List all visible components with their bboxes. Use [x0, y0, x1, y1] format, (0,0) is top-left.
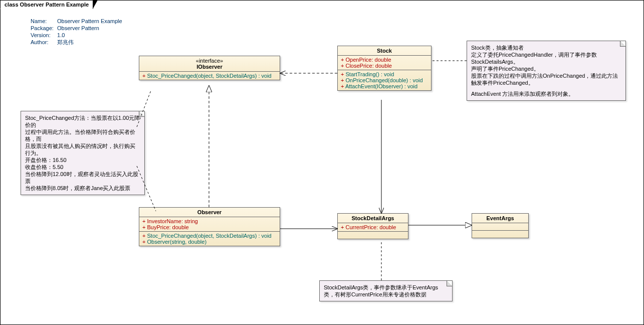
- eventargs-name: EventArgs: [486, 215, 514, 221]
- observer-name: Observer: [197, 209, 222, 215]
- note-iobserver-l2: 且股票没有被其他人购买的情况时，执行购买行为。: [25, 142, 140, 156]
- stockdetailargs-attr-0: CurrentPrice: double: [345, 224, 396, 230]
- observer-method-1: Observer(string, double): [147, 239, 206, 245]
- meta-version-value: 1.0: [57, 32, 65, 38]
- diagram-tab: class Observer Pattern Example: [0, 0, 93, 9]
- note-sda-l0: StockDetailArgs类，事件参数继承于EventArgs: [324, 284, 448, 291]
- diagram-tab-label: class Observer Pattern Example: [5, 2, 89, 8]
- stock-method-2: AttachEvent(IObserver) : void: [345, 83, 417, 89]
- observer-attr-1: BuyPrice: double: [147, 224, 188, 230]
- class-stockdetailargs: StockDetailArgs + CurrentPrice: double: [337, 213, 408, 239]
- class-eventargs: EventArgs: [472, 213, 529, 238]
- stock-method-0: StartTrading() : void: [345, 71, 394, 77]
- meta-package-label: Package:: [31, 25, 56, 32]
- note-sda-l1: 类，有树形CurrentPrice用来专递价格数据: [324, 291, 448, 298]
- class-iobserver: «interface»IObserver + Stoc_PriceChanged…: [139, 56, 280, 80]
- meta-author-label: Author:: [31, 39, 56, 46]
- meta-version-label: Version:: [31, 32, 56, 39]
- note-stock-l3: 股票在下跌的过程中调用方法OnPriceChanged，通过此方法触发事件Pri…: [471, 72, 621, 86]
- class-observer: Observer + InvestorName: string + BuyPri…: [139, 207, 280, 246]
- metadata-block: Name: Observer Pattern Example Package: …: [31, 18, 122, 46]
- note-iobserver-l1: 过程中调用此方法。当价格降到符合购买者价格，而: [25, 128, 140, 142]
- class-stock: Stock + OpenPrice: double + ClosePrice: …: [337, 46, 432, 91]
- note-stock-l2: 声明了事件PriceChanged。: [471, 65, 621, 72]
- note-iobserver-l4: 收盘价格：5.50: [25, 164, 140, 171]
- stock-attr-0: OpenPrice: double: [345, 57, 391, 63]
- note-iobserver-l5: 当价格降到12.00时，观察者灵动生活买入此股票: [25, 171, 140, 185]
- note-iobserver-l3: 开盘价格：16.50: [25, 156, 140, 164]
- diagram-canvas: class Observer Pattern Example Name: Obs…: [0, 0, 644, 325]
- stock-method-1: OnPriceChanged(double) : void: [345, 77, 422, 83]
- stockdetailargs-name: StockDetailArgs: [352, 215, 394, 221]
- iobserver-name: IObserver: [142, 64, 277, 70]
- note-stock-l4: AttachEvent 方法用来添加观察者到对象。: [471, 90, 621, 97]
- stock-attr-1: ClosePrice: double: [345, 63, 391, 69]
- iobserver-stereotype: «interface»: [142, 58, 277, 64]
- meta-name-label: Name:: [31, 18, 56, 25]
- note-stock: Stock类，抽象通知者 定义了委托PriceChangedHandler，调用…: [467, 41, 626, 101]
- note-iobserver-l6: 当价格降到8.05时，观察者Jane买入此股票: [25, 185, 140, 192]
- note-stock-l1: 定义了委托PriceChangedHandler，调用了事件参数StockDet…: [471, 51, 621, 65]
- observer-method-0: Stoc_PriceChanged(object, StockDetailArg…: [147, 233, 271, 239]
- meta-name-value: Observer Pattern Example: [57, 18, 122, 24]
- note-stockdetailargs: StockDetailArgs类，事件参数继承于EventArgs 类，有树形C…: [319, 280, 453, 301]
- visibility-icon: +: [341, 83, 345, 89]
- observer-attr-0: InvestorName: string: [147, 218, 197, 224]
- note-iobserver: Stoc_PriceChanged方法：当股票在以1.00元降价的 过程中调用此…: [21, 111, 145, 195]
- stock-name: Stock: [377, 48, 392, 54]
- note-stock-l0: Stock类，抽象通知者: [471, 44, 621, 51]
- meta-author-value: 郑兆伟: [57, 39, 74, 45]
- meta-package-value: Observer Pattern: [57, 25, 99, 31]
- note-iobserver-l0: Stoc_PriceChanged方法：当股票在以1.00元降价的: [25, 114, 140, 128]
- iobserver-method-0: Stoc_PriceChanged(object, StockDetailArg…: [147, 73, 271, 79]
